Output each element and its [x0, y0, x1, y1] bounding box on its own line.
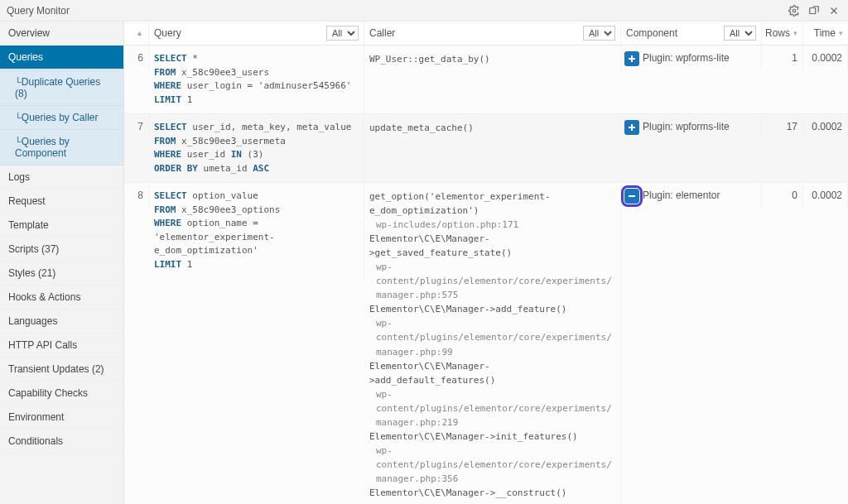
col-time[interactable]: Time▾ — [803, 22, 848, 45]
sidebar-item-request[interactable]: Request — [0, 190, 123, 214]
panel-titlebar: Query Monitor — [0, 0, 848, 22]
popout-icon[interactable] — [807, 3, 822, 18]
sidebar-sub-duplicate-queries[interactable]: Duplicate Queries (8) — [0, 70, 123, 106]
time-cell: 0.0002 — [803, 46, 848, 70]
caller-cell: get_option('elementor_experiment-e_dom_o… — [364, 183, 621, 504]
component-name: Plugin: elementor — [643, 190, 720, 201]
col-component: Component All — [621, 22, 762, 45]
sidebar-item-scripts[interactable]: Scripts (37) — [0, 238, 123, 262]
time-cell: 0.0002 — [803, 114, 848, 139]
sidebar-item-styles[interactable]: Styles (21) — [0, 262, 123, 286]
sort-icon: ▾ — [793, 29, 797, 37]
svg-point-0 — [793, 9, 796, 12]
rows-cell: 1 — [762, 46, 803, 70]
stack-toggle-button[interactable] — [624, 120, 639, 135]
component-cell: Plugin: wpforms-lite — [621, 114, 762, 139]
component-name: Plugin: wpforms-lite — [643, 121, 730, 132]
row-number: 6 — [124, 46, 149, 70]
sidebar-item-transients[interactable]: Transient Updates (2) — [0, 358, 123, 382]
panel-body: Overview Queries Duplicate Queries (8) Q… — [0, 22, 848, 504]
sidebar-item-capability[interactable]: Capability Checks — [0, 382, 123, 406]
caller-cell: update_meta_cache() — [364, 114, 621, 142]
sidebar-item-conditionals[interactable]: Conditionals — [0, 430, 123, 454]
component-filter-select[interactable]: All — [724, 26, 756, 41]
col-number[interactable]: ▲ — [124, 22, 149, 45]
component-cell: Plugin: elementor — [621, 183, 762, 208]
time-header-label: Time — [814, 27, 836, 39]
table-header: ▲ Query All Caller All Component All Row… — [124, 22, 848, 46]
main-content: ▲ Query All Caller All Component All Row… — [124, 22, 848, 504]
component-header-label: Component — [626, 27, 677, 39]
rows-cell: 17 — [762, 114, 803, 139]
sidebar-item-queries[interactable]: Queries — [0, 46, 123, 70]
query-cell: SELECT option_valueFROM x_58c90ee3_optio… — [149, 183, 364, 278]
row-number: 8 — [124, 183, 149, 208]
query-cell: SELECT *FROM x_58c90ee3_usersWHERE user_… — [149, 46, 364, 113]
table-row: 7SELECT user_id, meta_key, meta_valueFRO… — [124, 114, 848, 183]
sidebar-item-http[interactable]: HTTP API Calls — [0, 334, 123, 358]
table-row: 8SELECT option_valueFROM x_58c90ee3_opti… — [124, 183, 848, 504]
sidebar-item-template[interactable]: Template — [0, 214, 123, 238]
stack-toggle-button[interactable] — [624, 51, 639, 66]
col-query: Query All — [149, 22, 364, 45]
rows-header-label: Rows — [765, 27, 790, 39]
row-number: 7 — [124, 114, 149, 139]
component-name: Plugin: wpforms-lite — [643, 52, 730, 64]
sort-icon: ▾ — [839, 29, 843, 37]
component-cell: Plugin: wpforms-lite — [621, 46, 762, 70]
query-filter-select[interactable]: All — [326, 26, 359, 41]
caller-cell: WP_User::get_data_by() — [364, 46, 621, 73]
col-caller: Caller All — [364, 22, 621, 45]
caller-filter-select[interactable]: All — [583, 26, 615, 41]
sidebar-sub-queries-by-component[interactable]: Queries by Component — [0, 130, 123, 166]
table-row: 6SELECT *FROM x_58c90ee3_usersWHERE user… — [124, 46, 848, 114]
caller-header-label: Caller — [369, 27, 395, 39]
query-cell: SELECT user_id, meta_key, meta_valueFROM… — [149, 114, 364, 182]
close-icon[interactable] — [826, 3, 841, 18]
sidebar: Overview Queries Duplicate Queries (8) Q… — [0, 22, 124, 504]
sidebar-item-overview[interactable]: Overview — [0, 22, 123, 46]
rows-cell: 0 — [762, 183, 803, 208]
settings-icon[interactable] — [787, 3, 802, 18]
svg-rect-1 — [810, 7, 816, 13]
panel-title: Query Monitor — [7, 5, 70, 17]
query-monitor-panel: Query Monitor Overview Queries Duplicate… — [0, 0, 848, 504]
sidebar-item-environment[interactable]: Environment — [0, 406, 123, 430]
col-rows[interactable]: Rows▾ — [762, 22, 803, 45]
stack-toggle-button[interactable] — [624, 189, 639, 204]
sidebar-item-languages[interactable]: Languages — [0, 310, 123, 334]
sidebar-item-hooks[interactable]: Hooks & Actions — [0, 286, 123, 310]
table-body[interactable]: 6SELECT *FROM x_58c90ee3_usersWHERE user… — [124, 46, 848, 504]
sidebar-item-logs[interactable]: Logs — [0, 166, 123, 190]
sort-asc-icon: ▲ — [136, 29, 143, 37]
time-cell: 0.0002 — [803, 183, 848, 208]
query-header-label: Query — [154, 27, 181, 39]
sidebar-sub-queries-by-caller[interactable]: Queries by Caller — [0, 106, 123, 130]
